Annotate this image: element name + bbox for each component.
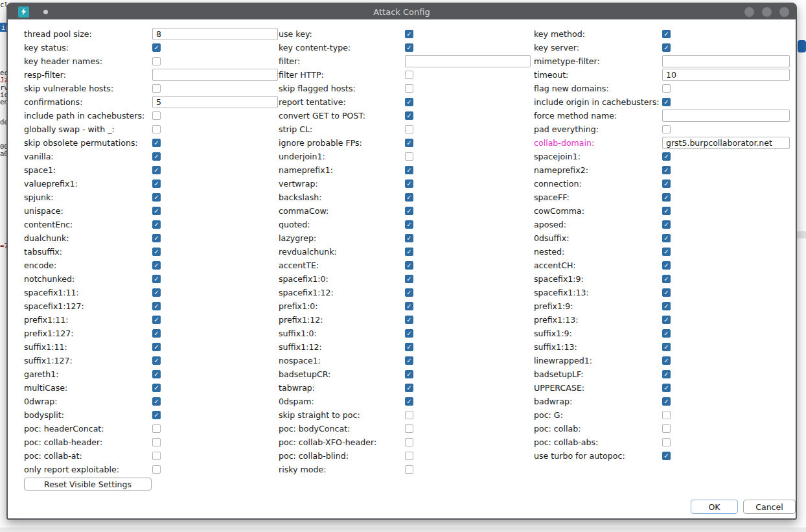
poc-collab-abs-checkbox[interactable] xyxy=(662,438,671,446)
spacefix1-9-checkbox[interactable]: ✓ xyxy=(662,275,671,283)
suffix1-13-checkbox[interactable]: ✓ xyxy=(662,343,671,351)
0dsuffix-checkbox[interactable]: ✓ xyxy=(662,234,671,242)
skip-obsolete-permutations-checkbox[interactable]: ✓ xyxy=(152,139,161,147)
badsetuplf-checkbox[interactable]: ✓ xyxy=(662,370,671,378)
use-turbo-for-autopoc-checkbox[interactable]: ✓ xyxy=(662,452,671,460)
poc-collab-at-checkbox[interactable] xyxy=(152,452,161,460)
prefix1-127-checkbox[interactable]: ✓ xyxy=(152,329,161,338)
dialog-titlebar[interactable]: Attack Config xyxy=(8,4,796,19)
include-origin-in-cachebusters-checkbox[interactable]: ✓ xyxy=(662,98,671,106)
0dspam-checkbox[interactable]: ✓ xyxy=(405,397,413,406)
use-key-checkbox[interactable]: ✓ xyxy=(405,30,413,38)
poc-g-checkbox[interactable] xyxy=(662,411,671,419)
lazygrep-checkbox[interactable]: ✓ xyxy=(405,234,413,242)
suffix1-11-checkbox[interactable]: ✓ xyxy=(152,343,161,351)
collab-domain-input[interactable] xyxy=(662,137,790,149)
key-header-names-checkbox[interactable] xyxy=(152,57,161,65)
report-tentative-checkbox[interactable]: ✓ xyxy=(405,98,413,106)
key-status-checkbox[interactable]: ✓ xyxy=(152,43,161,52)
skip-flagged-hosts-checkbox[interactable] xyxy=(405,84,413,93)
prefix1-11-checkbox[interactable]: ✓ xyxy=(152,316,161,324)
tabwrap-checkbox[interactable]: ✓ xyxy=(405,384,413,392)
spacefix1-127-checkbox[interactable]: ✓ xyxy=(152,302,161,310)
aposed-checkbox[interactable]: ✓ xyxy=(662,220,671,229)
valueprefix1-checkbox[interactable]: ✓ xyxy=(152,179,161,188)
accentte-checkbox[interactable]: ✓ xyxy=(405,261,413,270)
spacefix1-12-checkbox[interactable]: ✓ xyxy=(405,288,413,297)
0dwrap-checkbox[interactable]: ✓ xyxy=(152,397,161,406)
key-method-checkbox[interactable]: ✓ xyxy=(662,30,671,38)
suffix1-12-checkbox[interactable]: ✓ xyxy=(405,343,413,351)
poc-headerconcat-checkbox[interactable] xyxy=(152,424,161,433)
ok-button[interactable]: OK xyxy=(691,500,738,514)
minimize-button[interactable] xyxy=(744,7,754,17)
badwrap-checkbox[interactable]: ✓ xyxy=(662,397,671,406)
contentenc-checkbox[interactable]: ✓ xyxy=(152,220,161,229)
tabsuffix-checkbox[interactable]: ✓ xyxy=(152,248,161,256)
poc-collab-checkbox[interactable] xyxy=(662,424,671,433)
underjoin1-checkbox[interactable] xyxy=(405,152,413,161)
reset-visible-settings-button[interactable]: Reset Visible Settings xyxy=(24,478,152,491)
globally-swap-with-checkbox[interactable] xyxy=(152,125,161,133)
close-button[interactable] xyxy=(779,7,789,17)
confirmations-input[interactable] xyxy=(152,96,278,108)
cancel-button[interactable]: Cancel xyxy=(743,500,796,514)
nested-checkbox[interactable]: ✓ xyxy=(662,248,671,256)
poc-collab-xfo-header-checkbox[interactable] xyxy=(405,438,413,446)
skip-straight-to-poc-checkbox[interactable] xyxy=(405,411,413,419)
prefix1-0-checkbox[interactable]: ✓ xyxy=(405,302,413,310)
spacefix1-11-checkbox[interactable]: ✓ xyxy=(152,288,161,297)
prefix1-12-checkbox[interactable]: ✓ xyxy=(405,316,413,324)
nameprefix2-checkbox[interactable]: ✓ xyxy=(662,166,671,174)
suffix1-127-checkbox[interactable]: ✓ xyxy=(152,356,161,365)
poc-bodyconcat-checkbox[interactable] xyxy=(405,424,413,433)
spaceff-checkbox[interactable]: ✓ xyxy=(662,193,671,202)
prefix1-9-checkbox[interactable]: ✓ xyxy=(662,302,671,310)
timeout-input[interactable] xyxy=(662,69,790,81)
dualchunk-checkbox[interactable]: ✓ xyxy=(152,234,161,242)
only-report-exploitable-checkbox[interactable] xyxy=(152,465,161,474)
gareth1-checkbox[interactable]: ✓ xyxy=(152,370,161,378)
nameprefix1-checkbox[interactable]: ✓ xyxy=(405,166,413,174)
commacow-checkbox[interactable]: ✓ xyxy=(405,207,413,215)
revdualchunk-checkbox[interactable]: ✓ xyxy=(405,248,413,256)
include-path-in-cachebusters-checkbox[interactable] xyxy=(152,111,161,120)
poc-collab-header-checkbox[interactable] xyxy=(152,438,161,446)
convert-get-to-post-checkbox[interactable]: ✓ xyxy=(405,111,413,120)
prefix1-13-checkbox[interactable]: ✓ xyxy=(662,316,671,324)
spjunk-checkbox[interactable]: ✓ xyxy=(152,193,161,202)
suffix1-0-checkbox[interactable]: ✓ xyxy=(405,329,413,338)
skip-vulnerable-hosts-checkbox[interactable] xyxy=(152,84,161,93)
filter-input[interactable] xyxy=(405,55,531,67)
spacefix1-0-checkbox[interactable]: ✓ xyxy=(405,275,413,283)
quoted-checkbox[interactable]: ✓ xyxy=(405,220,413,229)
poc-collab-blind-checkbox[interactable] xyxy=(405,452,413,460)
badsetupcr-checkbox[interactable]: ✓ xyxy=(405,370,413,378)
maximize-button[interactable] xyxy=(762,7,772,17)
spacejoin1-checkbox[interactable]: ✓ xyxy=(662,152,671,161)
suffix1-9-checkbox[interactable]: ✓ xyxy=(662,329,671,338)
notchunked-checkbox[interactable]: ✓ xyxy=(152,275,161,283)
strip-cl-checkbox[interactable] xyxy=(405,125,413,133)
mimetype-filter-input[interactable] xyxy=(662,55,790,67)
resp-filter-input[interactable] xyxy=(152,69,278,81)
nospace1-checkbox[interactable]: ✓ xyxy=(405,356,413,365)
unispace-checkbox[interactable]: ✓ xyxy=(152,207,161,215)
ignore-probable-fps-checkbox[interactable]: ✓ xyxy=(405,139,413,147)
thread-pool-size-input[interactable] xyxy=(152,28,278,40)
bodysplit-checkbox[interactable]: ✓ xyxy=(152,411,161,419)
force-method-name-input[interactable] xyxy=(662,110,790,122)
risky-mode-checkbox[interactable] xyxy=(405,465,413,474)
linewrapped1-checkbox[interactable]: ✓ xyxy=(662,356,671,365)
encode-checkbox[interactable]: ✓ xyxy=(152,261,161,270)
pad-everything-checkbox[interactable] xyxy=(662,125,671,133)
space1-checkbox[interactable]: ✓ xyxy=(152,166,161,174)
multicase-checkbox[interactable]: ✓ xyxy=(152,384,161,392)
vertwrap-checkbox[interactable]: ✓ xyxy=(405,179,413,188)
cowcomma-checkbox[interactable]: ✓ xyxy=(662,207,671,215)
spacefix1-13-checkbox[interactable]: ✓ xyxy=(662,288,671,297)
accentch-checkbox[interactable]: ✓ xyxy=(662,261,671,270)
backslash-checkbox[interactable]: ✓ xyxy=(405,193,413,202)
filter-http-checkbox[interactable] xyxy=(405,71,413,79)
uppercase-checkbox[interactable]: ✓ xyxy=(662,384,671,392)
